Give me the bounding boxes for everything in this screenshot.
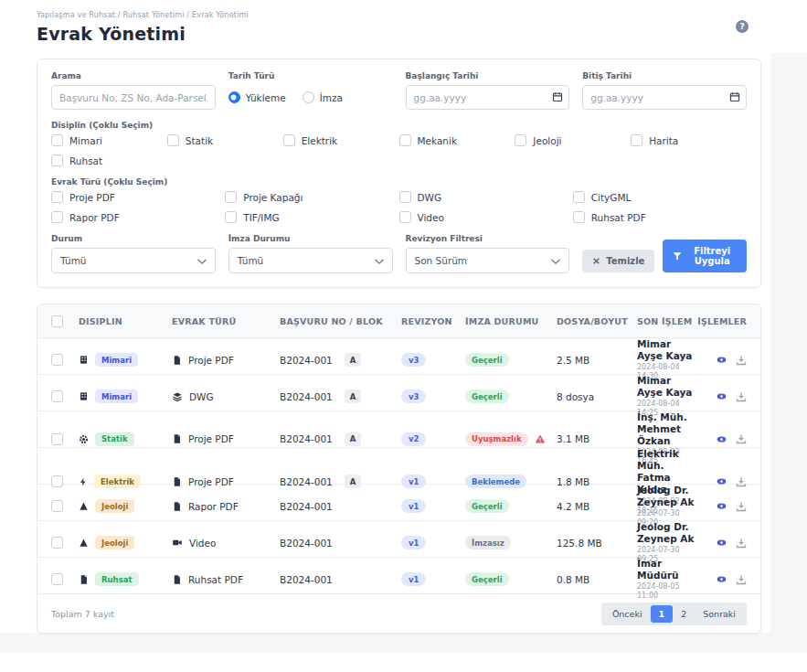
checkbox-label: Jeoloji — [533, 135, 561, 146]
status-select[interactable]: Tümü — [51, 248, 216, 273]
table-row[interactable]: Elektrik Proje PDF B2024-001A v1 Bekleme… — [37, 448, 760, 485]
view-icon[interactable] — [716, 538, 727, 548]
row-checkbox[interactable] — [51, 475, 63, 487]
background-strip-bottom — [0, 633, 807, 653]
column-header-imza-durumu: İMZA DURUMU — [465, 316, 557, 326]
checkbox-icon — [225, 191, 237, 203]
pagination-page-1[interactable]: 1 — [651, 605, 674, 623]
checkbox-proje-pdf[interactable]: Proje PDF — [51, 191, 225, 203]
pagination-next[interactable]: Sonraki — [695, 605, 744, 623]
download-icon[interactable] — [736, 391, 747, 402]
checkbox-tif-img[interactable]: TIF/IMG — [225, 211, 398, 223]
checkbox-ruhsat-pdf[interactable]: Ruhsat PDF — [573, 211, 747, 223]
table-row[interactable]: Ruhsat Ruhsat PDF B2024-001 v1 Geçerli 0… — [37, 558, 760, 594]
revision-filter-value: Son Sürüm — [415, 255, 468, 266]
signature-status-badge: İmzasız — [465, 536, 511, 549]
table-row[interactable]: Statik Proje PDF B2024-001A v2 Uyuşmazlı… — [37, 411, 760, 448]
row-checkbox[interactable] — [51, 537, 63, 549]
file-pdf-icon — [172, 501, 182, 512]
signature-status-label: İmza Durumu — [228, 234, 393, 243]
checkbox-jeoloji[interactable]: Jeoloji — [515, 134, 631, 146]
file-size: 2.5 MB — [557, 355, 637, 366]
checkbox-icon — [51, 211, 63, 223]
apply-button-label: Filtreyi Uygula — [687, 246, 737, 266]
checkbox-proje-kapagi[interactable]: Proje Kapağı — [225, 191, 398, 203]
radio-unselected-icon — [303, 91, 314, 103]
calendar-icon[interactable] — [729, 91, 740, 102]
radio-yukleme[interactable]: Yükleme — [228, 91, 286, 103]
pagination-prev[interactable]: Önceki — [604, 605, 651, 623]
signature-status-badge: Uyuşmazlık — [465, 432, 528, 446]
checkbox-mekanik[interactable]: Mekanik — [399, 134, 515, 146]
checkbox-rapor-pdf[interactable]: Rapor PDF — [51, 211, 225, 223]
view-icon[interactable] — [716, 476, 727, 486]
download-icon[interactable] — [736, 501, 747, 512]
last-action-user: Mimar Ayşe Kaya — [637, 338, 692, 361]
checkbox-elektrik[interactable]: Elektrik — [283, 134, 399, 146]
search-field: Arama — [51, 71, 216, 110]
row-checkbox[interactable] — [51, 500, 63, 512]
discipline-badge: Mimari — [95, 389, 138, 403]
column-header-islemler: İŞLEMLER — [697, 316, 747, 326]
view-icon[interactable] — [716, 501, 727, 511]
signature-status-field: İmza Durumu Tümü — [228, 234, 393, 273]
table-row[interactable]: Jeoloji Rapor PDF B2024-001 v1 Geçerli 4… — [37, 485, 760, 521]
block-badge: A — [345, 432, 362, 446]
file-size: 4.2 MB — [557, 501, 637, 512]
search-input[interactable] — [51, 85, 216, 110]
radio-imza[interactable]: İmza — [303, 91, 343, 103]
checkbox-citygml[interactable]: CityGML — [573, 191, 747, 203]
checkbox-ruhsat[interactable]: Ruhsat — [51, 155, 167, 166]
download-icon[interactable] — [736, 433, 747, 444]
block-badge: A — [345, 353, 362, 367]
checkbox-harita[interactable]: Harita — [631, 134, 747, 146]
select-all-checkbox[interactable] — [51, 315, 63, 327]
column-header-evrak-turu: EVRAK TÜRÜ — [172, 316, 280, 326]
table-row[interactable]: Jeoloji Video B2024-001 v1 İmzasız 125.8… — [37, 521, 760, 558]
download-icon[interactable] — [736, 476, 747, 487]
checkbox-label: Mimari — [69, 135, 102, 146]
search-label: Arama — [51, 71, 216, 80]
end-date-input[interactable] — [582, 85, 747, 110]
row-checkbox[interactable] — [51, 433, 63, 445]
checkbox-label: Harita — [649, 135, 678, 146]
row-checkbox[interactable] — [51, 573, 63, 585]
table-row[interactable]: Mimari Proje PDF B2024-001A v3 Geçerli 2… — [37, 338, 760, 375]
view-icon[interactable] — [716, 574, 727, 584]
file-pdf-icon — [172, 574, 182, 585]
row-checkbox[interactable] — [51, 354, 63, 366]
signature-status-badge: Beklemede — [465, 475, 526, 488]
background-panel-right — [770, 53, 807, 652]
download-icon[interactable] — [736, 355, 747, 366]
view-icon[interactable] — [716, 355, 727, 365]
view-icon[interactable] — [716, 391, 727, 401]
date-type-field: Tarih Türü Yükleme İmza — [228, 71, 393, 110]
signature-status-select[interactable]: Tümü — [228, 248, 393, 273]
checkbox-statik[interactable]: Statik — [167, 134, 283, 146]
view-icon[interactable] — [716, 434, 727, 444]
pagination-page-2[interactable]: 2 — [673, 605, 695, 623]
checkbox-icon — [283, 134, 295, 146]
row-checkbox[interactable] — [51, 390, 63, 402]
download-icon[interactable] — [736, 574, 747, 585]
checkbox-video[interactable]: Video — [399, 211, 573, 223]
doc-type-label: Ruhsat PDF — [188, 574, 243, 585]
last-action-user: Jeolog Dr. Zeynep Ak — [637, 485, 694, 507]
file-size: 8 dosya — [557, 391, 637, 402]
application-no: B2024-001 — [280, 433, 333, 444]
download-icon[interactable] — [736, 538, 747, 549]
column-header-basvuru-no: BAŞVURU NO / BLOK — [280, 316, 401, 326]
table-row[interactable]: Mimari DWG B2024-001A v3 Geçerli 8 dosya… — [37, 375, 760, 411]
application-no: B2024-001 — [280, 501, 333, 512]
file-size: 1.8 MB — [557, 476, 637, 487]
block-badge: A — [345, 389, 362, 403]
video-icon — [172, 538, 183, 548]
column-header-revizyon: REVIZYON — [401, 316, 465, 326]
apply-filters-button[interactable]: Filtreyi Uygula — [663, 240, 747, 272]
clear-filters-button[interactable]: Temizle — [582, 250, 654, 272]
checkbox-mimari[interactable]: Mimari — [51, 134, 167, 146]
checkbox-dwg[interactable]: DWG — [399, 191, 573, 203]
revision-filter-select[interactable]: Son Sürüm — [406, 248, 570, 273]
calendar-icon[interactable] — [552, 91, 563, 102]
start-date-input[interactable] — [406, 85, 570, 110]
